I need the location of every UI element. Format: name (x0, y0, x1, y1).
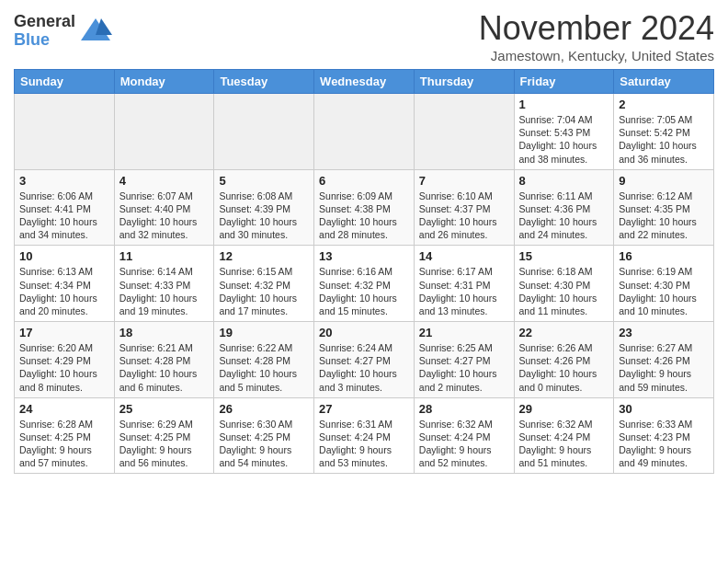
weekday-header-thursday: Thursday (414, 70, 514, 94)
day-number: 8 (519, 174, 609, 188)
day-info: Sunrise: 6:16 AM Sunset: 4:32 PM Dayligh… (319, 265, 409, 317)
day-number: 16 (619, 249, 709, 263)
day-info: Sunrise: 6:22 AM Sunset: 4:28 PM Dayligh… (219, 341, 309, 394)
day-number: 13 (319, 249, 409, 263)
calendar-cell: 7Sunrise: 6:10 AM Sunset: 4:37 PM Daylig… (414, 169, 514, 246)
day-number: 27 (319, 402, 409, 416)
calendar-cell: 6Sunrise: 6:09 AM Sunset: 4:38 PM Daylig… (314, 169, 415, 246)
calendar-cell: 1Sunrise: 7:04 AM Sunset: 5:43 PM Daylig… (514, 94, 614, 170)
day-number: 25 (119, 402, 210, 416)
weekday-header-saturday: Saturday (614, 70, 714, 94)
calendar-cell: 25Sunrise: 6:29 AM Sunset: 4:25 PM Dayli… (114, 397, 214, 474)
calendar-cell: 30Sunrise: 6:33 AM Sunset: 4:23 PM Dayli… (614, 397, 714, 474)
calendar-cell: 24Sunrise: 6:28 AM Sunset: 4:25 PM Dayli… (15, 397, 115, 474)
day-number: 7 (419, 174, 509, 188)
page-header: General Blue November 2024 Jamestown, Ke… (14, 9, 714, 63)
calendar-cell (114, 94, 214, 170)
day-info: Sunrise: 6:17 AM Sunset: 4:31 PM Dayligh… (419, 265, 509, 317)
day-number: 15 (519, 249, 609, 263)
weekday-header-row: SundayMondayTuesdayWednesdayThursdayFrid… (15, 70, 714, 94)
day-info: Sunrise: 6:10 AM Sunset: 4:37 PM Dayligh… (419, 190, 509, 242)
day-info: Sunrise: 6:12 AM Sunset: 4:35 PM Dayligh… (619, 190, 709, 242)
day-info: Sunrise: 6:09 AM Sunset: 4:38 PM Dayligh… (319, 190, 409, 242)
day-info: Sunrise: 6:14 AM Sunset: 4:33 PM Dayligh… (119, 265, 210, 317)
day-number: 14 (419, 249, 509, 263)
day-number: 2 (619, 98, 709, 111)
calendar-cell: 27Sunrise: 6:31 AM Sunset: 4:24 PM Dayli… (314, 397, 415, 474)
day-number: 4 (119, 174, 210, 188)
calendar-cell: 20Sunrise: 6:24 AM Sunset: 4:27 PM Dayli… (314, 322, 415, 398)
day-info: Sunrise: 6:08 AM Sunset: 4:39 PM Dayligh… (219, 190, 309, 242)
day-info: Sunrise: 6:28 AM Sunset: 4:25 PM Dayligh… (19, 418, 109, 470)
day-info: Sunrise: 6:25 AM Sunset: 4:27 PM Dayligh… (419, 341, 509, 394)
logo-icon (79, 15, 112, 48)
day-number: 29 (519, 402, 609, 416)
calendar-cell: 10Sunrise: 6:13 AM Sunset: 4:34 PM Dayli… (15, 246, 115, 322)
day-info: Sunrise: 6:32 AM Sunset: 4:24 PM Dayligh… (419, 418, 509, 470)
calendar-cell: 5Sunrise: 6:08 AM Sunset: 4:39 PM Daylig… (214, 169, 314, 246)
day-number: 28 (419, 402, 509, 416)
calendar-cell (214, 94, 314, 170)
calendar-week-1: 1Sunrise: 7:04 AM Sunset: 5:43 PM Daylig… (15, 94, 714, 170)
calendar-cell: 16Sunrise: 6:19 AM Sunset: 4:30 PM Dayli… (614, 246, 714, 322)
day-info: Sunrise: 7:05 AM Sunset: 5:42 PM Dayligh… (619, 113, 709, 166)
day-number: 24 (19, 402, 109, 416)
title-section: November 2024 Jamestown, Kentucky, Unite… (479, 9, 714, 63)
day-number: 1 (519, 98, 609, 111)
calendar-cell: 23Sunrise: 6:27 AM Sunset: 4:26 PM Dayli… (614, 322, 714, 398)
calendar-cell: 28Sunrise: 6:32 AM Sunset: 4:24 PM Dayli… (414, 397, 514, 474)
day-number: 23 (619, 326, 709, 339)
calendar-table: SundayMondayTuesdayWednesdayThursdayFrid… (14, 69, 714, 474)
calendar-cell: 26Sunrise: 6:30 AM Sunset: 4:25 PM Dayli… (214, 397, 314, 474)
calendar-cell: 9Sunrise: 6:12 AM Sunset: 4:35 PM Daylig… (614, 169, 714, 246)
day-info: Sunrise: 6:30 AM Sunset: 4:25 PM Dayligh… (219, 418, 309, 470)
calendar-week-4: 17Sunrise: 6:20 AM Sunset: 4:29 PM Dayli… (15, 322, 714, 398)
day-number: 20 (319, 326, 409, 339)
day-info: Sunrise: 6:20 AM Sunset: 4:29 PM Dayligh… (19, 341, 109, 394)
day-number: 6 (319, 174, 409, 188)
calendar-cell: 19Sunrise: 6:22 AM Sunset: 4:28 PM Dayli… (214, 322, 314, 398)
day-number: 10 (19, 249, 109, 263)
calendar-week-2: 3Sunrise: 6:06 AM Sunset: 4:41 PM Daylig… (15, 169, 714, 246)
day-number: 30 (619, 402, 709, 416)
calendar-cell: 15Sunrise: 6:18 AM Sunset: 4:30 PM Dayli… (514, 246, 614, 322)
day-info: Sunrise: 6:32 AM Sunset: 4:24 PM Dayligh… (519, 418, 609, 470)
logo: General Blue (14, 13, 112, 50)
day-info: Sunrise: 6:06 AM Sunset: 4:41 PM Dayligh… (19, 190, 109, 242)
day-number: 11 (119, 249, 210, 263)
calendar-cell: 2Sunrise: 7:05 AM Sunset: 5:42 PM Daylig… (614, 94, 714, 170)
day-info: Sunrise: 6:33 AM Sunset: 4:23 PM Dayligh… (619, 418, 709, 470)
calendar-cell: 21Sunrise: 6:25 AM Sunset: 4:27 PM Dayli… (414, 322, 514, 398)
weekday-header-sunday: Sunday (15, 70, 115, 94)
day-info: Sunrise: 6:07 AM Sunset: 4:40 PM Dayligh… (119, 190, 210, 242)
day-info: Sunrise: 6:11 AM Sunset: 4:36 PM Dayligh… (519, 190, 609, 242)
day-info: Sunrise: 6:21 AM Sunset: 4:28 PM Dayligh… (119, 341, 210, 394)
day-info: Sunrise: 6:29 AM Sunset: 4:25 PM Dayligh… (119, 418, 210, 470)
calendar-week-3: 10Sunrise: 6:13 AM Sunset: 4:34 PM Dayli… (15, 246, 714, 322)
calendar-cell: 14Sunrise: 6:17 AM Sunset: 4:31 PM Dayli… (414, 246, 514, 322)
logo-blue: Blue (14, 31, 75, 50)
calendar-cell (414, 94, 514, 170)
calendar-cell: 11Sunrise: 6:14 AM Sunset: 4:33 PM Dayli… (114, 246, 214, 322)
month-title: November 2024 (479, 9, 714, 48)
weekday-header-monday: Monday (114, 70, 214, 94)
calendar-cell: 3Sunrise: 6:06 AM Sunset: 4:41 PM Daylig… (15, 169, 115, 246)
day-number: 22 (519, 326, 609, 339)
day-info: Sunrise: 6:15 AM Sunset: 4:32 PM Dayligh… (219, 265, 309, 317)
day-info: Sunrise: 6:13 AM Sunset: 4:34 PM Dayligh… (19, 265, 109, 317)
day-number: 26 (219, 402, 309, 416)
day-number: 19 (219, 326, 309, 339)
day-info: Sunrise: 6:19 AM Sunset: 4:30 PM Dayligh… (619, 265, 709, 317)
calendar-cell: 18Sunrise: 6:21 AM Sunset: 4:28 PM Dayli… (114, 322, 214, 398)
calendar-cell: 29Sunrise: 6:32 AM Sunset: 4:24 PM Dayli… (514, 397, 614, 474)
calendar-cell: 4Sunrise: 6:07 AM Sunset: 4:40 PM Daylig… (114, 169, 214, 246)
day-number: 9 (619, 174, 709, 188)
calendar-cell (15, 94, 115, 170)
day-number: 12 (219, 249, 309, 263)
calendar-cell: 17Sunrise: 6:20 AM Sunset: 4:29 PM Dayli… (15, 322, 115, 398)
day-number: 5 (219, 174, 309, 188)
calendar-cell (314, 94, 415, 170)
weekday-header-wednesday: Wednesday (314, 70, 415, 94)
weekday-header-tuesday: Tuesday (214, 70, 314, 94)
day-info: Sunrise: 6:18 AM Sunset: 4:30 PM Dayligh… (519, 265, 609, 317)
